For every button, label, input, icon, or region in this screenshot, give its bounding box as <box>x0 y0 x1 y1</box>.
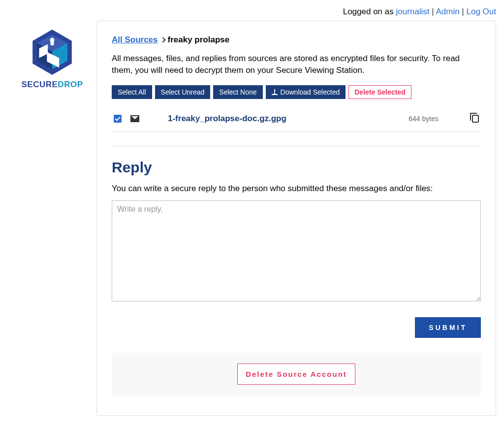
chevron-right-icon <box>160 37 166 43</box>
reply-description: You can write a secure reply to the pers… <box>112 184 481 194</box>
copy-icon[interactable] <box>472 115 479 123</box>
submit-button[interactable]: SUBMIT <box>415 317 481 338</box>
svg-rect-5 <box>50 40 54 45</box>
breadcrumb: All Sources freaky prolapse <box>112 35 481 45</box>
reply-textarea[interactable] <box>112 200 481 301</box>
file-row: 1-freaky_prolapse-doc.gz.gpg 644 bytes <box>112 106 481 132</box>
breadcrumb-current: freaky prolapse <box>168 35 230 45</box>
delete-source-button[interactable]: Delete Source Account <box>237 363 355 385</box>
delete-selected-button[interactable]: Delete Selected <box>348 85 411 99</box>
separator: | <box>462 7 466 16</box>
description-text: All messages, files, and replies from so… <box>112 53 481 76</box>
logout-link[interactable]: Log Out <box>467 7 497 16</box>
logged-on-label: Logged on as <box>343 7 396 16</box>
delete-source-zone: Delete Source Account <box>112 353 481 396</box>
select-unread-button[interactable]: Select Unread <box>155 85 211 99</box>
select-all-button[interactable]: Select All <box>112 85 152 99</box>
file-size: 644 bytes <box>409 115 439 123</box>
file-name-link[interactable]: 1-freaky_prolapse-doc.gz.gpg <box>168 114 400 124</box>
main-panel: All Sources freaky prolapse All messages… <box>96 21 496 416</box>
logo-cube-icon <box>30 30 74 75</box>
reply-heading: Reply <box>112 159 481 176</box>
logo-text: SECUREDROP <box>22 80 83 90</box>
logo: SECUREDROP <box>8 21 96 90</box>
mail-icon <box>130 115 139 122</box>
topbar: Logged on as journalist | Admin | Log Ou… <box>0 0 504 21</box>
action-button-row: Select All Select Unread Select None Dow… <box>112 85 481 99</box>
select-none-button[interactable]: Select None <box>213 85 262 99</box>
admin-link[interactable]: Admin <box>436 7 459 16</box>
username-link[interactable]: journalist <box>396 7 429 16</box>
file-checkbox[interactable] <box>114 115 122 123</box>
download-selected-button[interactable]: Download Selected <box>266 85 346 99</box>
file-list: 1-freaky_prolapse-doc.gz.gpg 644 bytes <box>112 106 481 146</box>
breadcrumb-all-sources[interactable]: All Sources <box>112 35 158 45</box>
